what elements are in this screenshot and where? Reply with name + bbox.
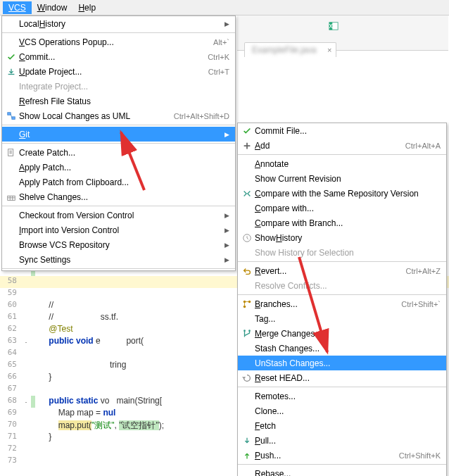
code-text: tring — [35, 360, 126, 372]
git-item-unstash-changes[interactable]: UnStash Changes... — [238, 356, 446, 370]
git-item-compare-with[interactable]: Compare with... — [238, 201, 446, 215]
vcs-item-local-history[interactable]: Local History▶ — [2, 16, 235, 31]
vcs-item-import-into-version-control[interactable]: Import into Version Control▶ — [2, 223, 235, 237]
editor-tab-panel: x ExampleFile.java × — [237, 15, 448, 51]
fold-marker[interactable]: - — [21, 336, 31, 348]
git-item-rebase[interactable]: Rebase... — [238, 466, 446, 476]
close-icon[interactable]: × — [327, 46, 331, 54]
git-item-resolve-conflicts: Resolve Conflicts... — [238, 278, 446, 293]
blank-icon — [241, 406, 253, 417]
shortcut: Ctrl+T — [208, 68, 229, 76]
code-text: // — [35, 300, 53, 312]
merge-icon — [241, 328, 253, 339]
git-item-commit-file[interactable]: Commit File... — [238, 123, 446, 138]
fold-marker — [21, 408, 31, 420]
svg-rect-3 — [8, 112, 11, 115]
fold-marker — [21, 276, 31, 288]
shortcut: Ctrl+K — [208, 53, 229, 61]
blank-icon — [241, 313, 253, 325]
git-item-tag[interactable]: Tag... — [238, 311, 446, 326]
code-text: // ss.tf. — [35, 312, 118, 324]
check-icon — [5, 51, 18, 63]
code-text — [35, 384, 49, 396]
git-item-show-current-revision[interactable]: Show Current Revision — [238, 171, 446, 186]
revert-icon — [241, 265, 253, 277]
git-item-pull[interactable]: Pull... — [238, 433, 446, 448]
fold-marker — [21, 360, 31, 372]
git-item-revert[interactable]: Revert...Ctrl+Alt+Z — [238, 263, 446, 278]
git-item-add[interactable]: AddCtrl+Alt+A — [238, 138, 446, 153]
fold-marker[interactable]: - — [21, 396, 31, 408]
menu-item-label: Push... — [253, 451, 399, 461]
line-number: 62 — [0, 324, 21, 336]
menu-item-label: Commit... — [18, 52, 208, 62]
submenu-arrow-icon: ▶ — [224, 242, 229, 249]
vcs-item-vcs-operations-popup[interactable]: VCS Operations Popup...Alt+` — [2, 35, 235, 49]
git-item-merge-changes[interactable]: Merge Changes... — [238, 326, 446, 341]
git-item-show-history[interactable]: Show History — [238, 230, 446, 245]
menubar-vcs[interactable]: VCS — [3, 1, 32, 14]
line-number: 69 — [0, 408, 21, 420]
vcs-item-git[interactable]: Git▶ — [2, 127, 235, 142]
vcs-item-commit[interactable]: Commit...Ctrl+K — [2, 49, 235, 64]
git-item-branches[interactable]: Branches...Ctrl+Shift+` — [238, 296, 446, 311]
git-item-compare-with-the-same-repository-version[interactable]: Compare with the Same Repository Version — [238, 186, 446, 201]
blank-icon — [241, 468, 253, 477]
git-item-fetch[interactable]: Fetch — [238, 418, 446, 433]
code-text: Map map = nul — [35, 408, 115, 420]
fold-marker — [21, 348, 31, 360]
menu-item-label: Stash Changes... — [253, 344, 441, 353]
submenu-arrow-icon: ▶ — [224, 227, 229, 234]
vcs-item-refresh-file-status[interactable]: Refresh File Status — [2, 94, 235, 108]
git-item-reset-head[interactable]: Reset HEAD... — [238, 370, 446, 385]
tab-label: ExampleFile.java — [252, 45, 316, 55]
separator — [238, 154, 446, 155]
menubar: VCS Window Help — [0, 0, 449, 15]
svg-point-12 — [248, 330, 251, 332]
shortcut: Ctrl+Alt+A — [405, 142, 441, 150]
compare-icon — [241, 188, 253, 199]
separator — [2, 268, 235, 269]
shortcut: Ctrl+Alt+Shift+D — [174, 112, 229, 120]
menu-item-label: Resolve Conflicts... — [253, 281, 441, 291]
vcs-item-apply-patch[interactable]: Apply Patch... — [2, 160, 235, 175]
fold-marker — [21, 300, 31, 312]
fold-marker — [21, 456, 31, 468]
line-number: 61 — [0, 312, 21, 324]
vcs-item-sync-settings[interactable]: Sync Settings▶ — [2, 252, 235, 267]
blank-icon — [241, 158, 253, 170]
menu-item-label: Git — [18, 130, 222, 139]
vcs-item-update-project[interactable]: Update Project...Ctrl+T — [2, 64, 235, 79]
vcs-item-checkout-from-version-control[interactable]: Checkout from Version Control▶ — [2, 208, 235, 223]
git-item-annotate[interactable]: Annotate — [238, 156, 446, 171]
menu-item-label: Tag... — [253, 314, 441, 324]
git-item-stash-changes[interactable]: Stash Changes... — [238, 341, 446, 356]
menu-item-label: Local History — [18, 19, 222, 29]
menu-item-label: Show History — [253, 233, 441, 243]
git-item-compare-with-branch[interactable]: Compare with Branch... — [238, 215, 446, 230]
menu-item-label: Annotate — [253, 159, 441, 169]
menu-item-label: Show Current Revision — [253, 174, 441, 184]
menu-item-label: UnStash Changes... — [253, 358, 441, 368]
code-text: } — [35, 372, 51, 384]
git-item-push[interactable]: Push...Ctrl+Shift+K — [238, 448, 446, 463]
menu-item-label: Create Patch... — [18, 148, 229, 158]
fold-marker — [21, 444, 31, 456]
vcs-item-show-local-changes-as-uml[interactable]: Show Local Changes as UMLCtrl+Alt+Shift+… — [2, 108, 235, 123]
submenu-arrow-icon: ▶ — [224, 212, 229, 219]
menubar-help[interactable]: Help — [72, 1, 101, 14]
vcs-item-apply-patch-from-clipboard[interactable]: Apply Patch from Clipboard... — [2, 175, 235, 189]
code-text — [35, 288, 49, 300]
vcs-item-create-patch[interactable]: Create Patch... — [2, 145, 235, 160]
menu-item-label: Show Local Changes as UML — [18, 111, 174, 121]
editor-tab[interactable]: ExampleFile.java × — [244, 42, 336, 57]
blank-icon — [5, 254, 18, 265]
blank-icon — [5, 177, 18, 188]
git-item-clone[interactable]: Clone... — [238, 403, 446, 418]
vcs-item-browse-vcs-repository[interactable]: Browse VCS Repository▶ — [2, 237, 235, 252]
svg-point-8 — [244, 300, 246, 303]
vcs-item-shelve-changes[interactable]: Shelve Changes... — [2, 189, 235, 204]
menu-item-label: Integrate Project... — [18, 82, 229, 92]
menubar-window[interactable]: Window — [32, 1, 73, 14]
git-item-remotes[interactable]: Remotes... — [238, 389, 446, 403]
